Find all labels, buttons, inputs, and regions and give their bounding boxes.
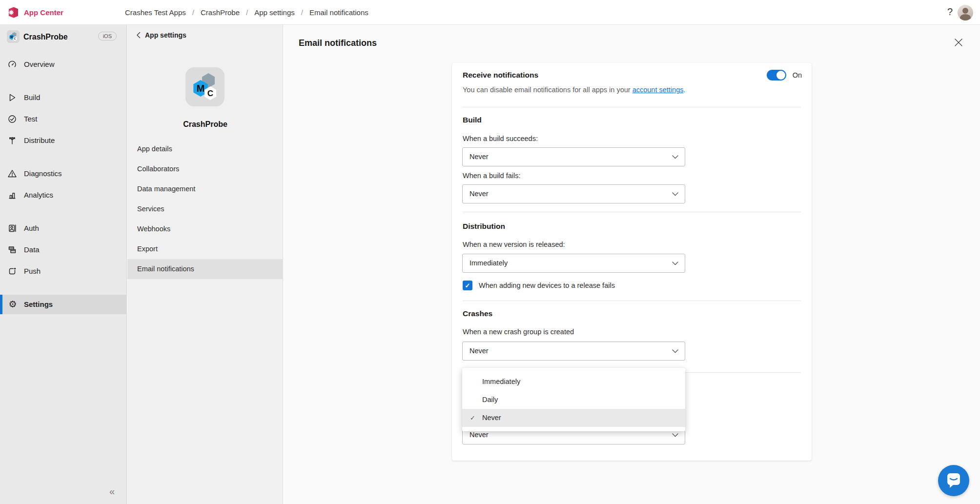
build-fails-select[interactable]: Never — [462, 184, 685, 203]
warning-triangle-icon — [7, 169, 18, 179]
gear-icon: ⚙ — [7, 300, 18, 309]
breadcrumb-item-apps[interactable]: Crashes Test Apps — [125, 8, 186, 17]
panel-item-app-details[interactable]: App details — [127, 139, 283, 159]
toggle-knob — [776, 71, 785, 80]
panel-item-collaborators[interactable]: Collaborators — [127, 159, 283, 179]
chevron-down-icon — [672, 262, 678, 265]
chevron-left-icon — [136, 32, 141, 39]
receive-notifications-description: You can disable email notifications for … — [463, 86, 686, 94]
breadcrumb-separator: / — [246, 8, 248, 17]
section-divider — [463, 212, 801, 212]
menu-option-daily[interactable]: Daily — [462, 391, 685, 409]
settings-panel: App settings M C CrashProbe App details … — [127, 25, 283, 504]
toggle-on[interactable] — [767, 70, 786, 81]
id-card-icon — [7, 223, 18, 233]
receive-notifications-toggle[interactable]: On — [767, 70, 802, 81]
build-section-title: Build — [463, 116, 482, 124]
play-icon — [7, 93, 18, 102]
chevron-down-icon — [672, 349, 678, 353]
breadcrumb-separator: / — [301, 8, 303, 17]
brand-name[interactable]: App Center — [24, 0, 63, 25]
receive-notifications-title: Receive notifications — [463, 71, 538, 80]
checkmark-icon: ✓ — [470, 409, 475, 427]
crashes-section-title: Crashes — [463, 309, 492, 318]
checkbox-checked-icon[interactable]: ✓ — [463, 281, 472, 290]
devices-fail-checkbox-row[interactable]: ✓ When adding new devices to a release f… — [463, 281, 615, 290]
breadcrumb-item-app[interactable]: CrashProbe — [201, 8, 240, 17]
bar-chart-icon — [7, 190, 18, 200]
branch-arrows-icon — [7, 136, 18, 145]
push-notification-icon — [7, 266, 18, 276]
toggle-state-label: On — [793, 71, 802, 79]
build-succeeds-label: When a build succeeds: — [463, 135, 538, 142]
section-divider — [463, 107, 801, 107]
app-center-window: App Center Crashes Test Apps / CrashProb… — [0, 0, 980, 504]
svg-text:C: C — [14, 37, 16, 40]
sidebar-item-push[interactable]: Push — [0, 262, 127, 281]
sidebar-item-data[interactable]: Data — [0, 240, 127, 260]
back-to-app-settings[interactable]: App settings — [136, 31, 186, 39]
app-icon-small: M C — [7, 30, 20, 43]
svg-text:M: M — [10, 35, 13, 39]
app-center-logo-icon[interactable] — [7, 6, 20, 19]
breadcrumb: Crashes Test Apps / CrashProbe / App set… — [125, 0, 368, 25]
sidebar-item-analytics[interactable]: Analytics — [0, 185, 127, 205]
app-icon-large: M C — [185, 67, 225, 106]
sidebar-app-name: CrashProbe — [23, 25, 68, 49]
help-icon[interactable]: ? — [947, 0, 953, 24]
sidebar-item-auth[interactable]: Auth — [0, 219, 127, 238]
os-badge: iOS — [98, 32, 117, 40]
avatar-body — [960, 14, 971, 20]
collapse-sidebar-icon[interactable]: « — [109, 486, 115, 497]
build-succeeds-select[interactable]: Never — [462, 147, 685, 166]
chat-support-button[interactable] — [938, 465, 969, 496]
chat-bubble-icon — [946, 472, 961, 488]
close-icon[interactable] — [954, 38, 963, 47]
breadcrumb-item-email-notifications[interactable]: Email notifications — [309, 8, 368, 17]
panel-item-email-notifications[interactable]: Email notifications — [127, 259, 283, 279]
chevron-down-icon — [672, 155, 678, 159]
user-avatar[interactable] — [958, 5, 973, 20]
sidebar-item-overview[interactable]: Overview — [0, 55, 127, 74]
version-released-select[interactable]: Immediately — [462, 254, 685, 273]
avatar-head — [962, 8, 968, 14]
panel-item-webhooks[interactable]: Webhooks — [127, 219, 283, 239]
version-released-label: When a new version is released: — [463, 241, 565, 248]
sidebar-item-build[interactable]: Build — [0, 88, 127, 107]
svg-text:C: C — [207, 89, 213, 98]
gauge-icon — [7, 60, 18, 69]
main-content: Email notifications Receive notification… — [284, 25, 980, 504]
breadcrumb-separator: / — [192, 8, 194, 17]
menu-option-never[interactable]: ✓ Never — [462, 409, 685, 427]
sidebar-item-test[interactable]: Test — [0, 109, 127, 129]
menu-option-immediately[interactable]: Immediately — [462, 373, 685, 391]
sidebar-item-distribute[interactable]: Distribute — [0, 131, 127, 150]
crash-group-label: When a new crash group is created — [463, 328, 574, 336]
email-notifications-card: Receive notifications On You can disable… — [452, 63, 812, 461]
panel-item-export[interactable]: Export — [127, 239, 283, 259]
chevron-down-icon — [672, 433, 678, 437]
sidebar-item-diagnostics[interactable]: Diagnostics — [0, 164, 127, 183]
crash-group-select[interactable]: Never — [462, 342, 685, 361]
panel-item-services[interactable]: Services — [127, 199, 283, 219]
svg-text:M: M — [197, 83, 205, 94]
breadcrumb-item-app-settings[interactable]: App settings — [254, 8, 295, 17]
panel-app-name: CrashProbe — [127, 120, 283, 129]
chevron-down-icon — [672, 192, 678, 196]
crash-group-dropdown-menu: Immediately Daily ✓ Never — [462, 368, 685, 431]
app-sidebar: M C CrashProbe iOS Overview Build — [0, 25, 127, 504]
build-fails-label: When a build fails: — [463, 172, 520, 180]
panel-item-data-management[interactable]: Data management — [127, 179, 283, 199]
distribution-section-title: Distribution — [463, 222, 505, 231]
account-settings-link[interactable]: account settings — [633, 86, 684, 94]
top-header: App Center Crashes Test Apps / CrashProb… — [0, 0, 980, 25]
section-divider — [463, 301, 801, 301]
check-circle-icon — [7, 114, 18, 124]
page-title: Email notifications — [299, 38, 377, 48]
layers-icon — [7, 245, 18, 255]
sidebar-item-settings[interactable]: ⚙ Settings — [0, 295, 127, 314]
